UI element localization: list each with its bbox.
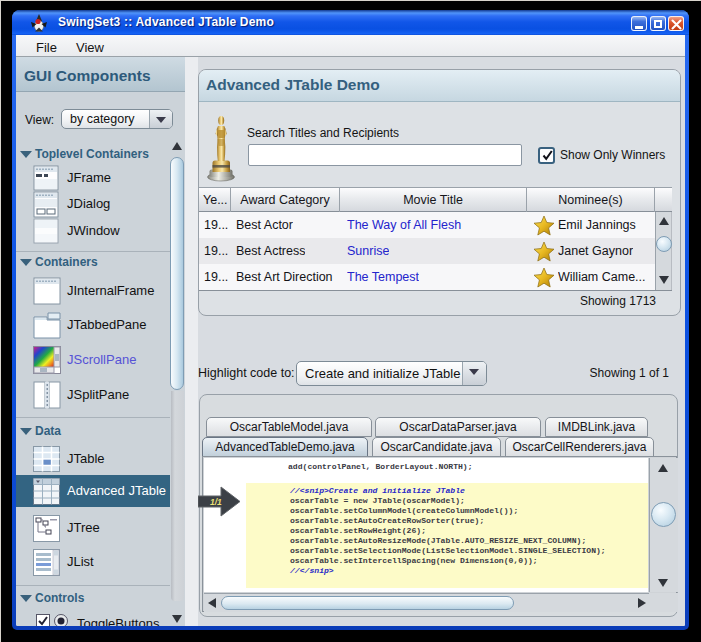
svg-text:1/1: 1/1 [210, 497, 222, 507]
